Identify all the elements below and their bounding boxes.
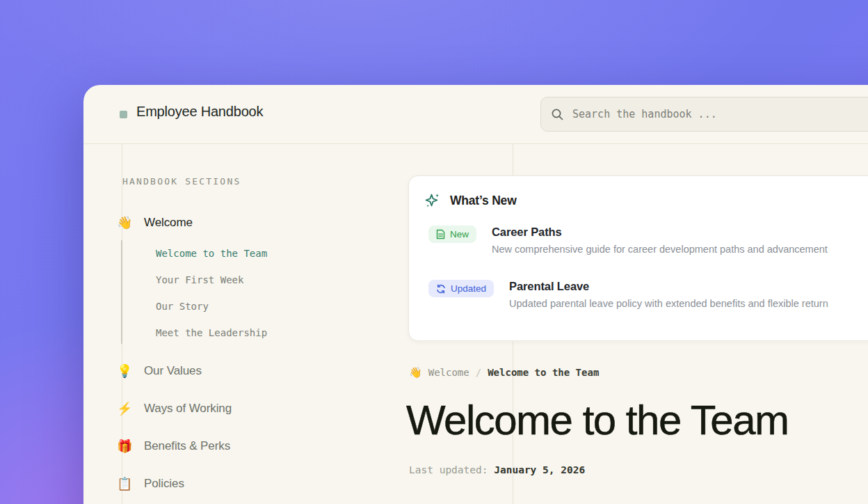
clipboard-icon: 📋	[117, 476, 132, 491]
breadcrumb: 👋 Welcome / Welcome to the Team	[409, 366, 599, 379]
waving-hand-icon: 👋	[409, 366, 422, 379]
sidebar-item-label: Ways of Working	[144, 402, 232, 416]
badge-label: Updated	[451, 283, 486, 294]
last-updated-value: January 5, 2026	[494, 464, 585, 475]
lightning-bolt-icon: ⚡	[117, 401, 132, 416]
whats-new-card: What’s New New Career Paths New comprehe…	[408, 175, 868, 341]
whats-new-title: What’s New	[450, 194, 517, 208]
app-window: Employee Handbook HANDBOOK SECTIONS 👋 We…	[83, 85, 868, 504]
sidebar-subitem-welcome-to-the-team[interactable]: Welcome to the Team	[156, 248, 267, 259]
sidebar-item-ways-of-working[interactable]: ⚡ Ways of Working	[117, 401, 232, 416]
app-logo-icon	[120, 111, 127, 118]
subitem-indent-rail	[121, 240, 122, 344]
sparkle-icon	[424, 192, 441, 209]
sidebar-subitem-your-first-week[interactable]: Your First Week	[156, 274, 243, 285]
sidebar-item-benefits-perks[interactable]: 🎁 Benefits & Perks	[117, 439, 230, 454]
whats-new-header: What’s New	[424, 192, 868, 209]
sidebar-item-label: Benefits & Perks	[144, 439, 230, 453]
whats-new-item-text: Career Paths New comprehensive guide for…	[492, 226, 828, 255]
whats-new-item-title: Parental Leave	[509, 280, 828, 293]
new-badge: New	[428, 226, 476, 243]
search-input[interactable]	[572, 108, 868, 120]
whats-new-item-title: Career Paths	[492, 226, 828, 239]
whats-new-item-description: Updated parental leave policy with exten…	[509, 298, 828, 309]
refresh-icon	[436, 284, 446, 294]
last-updated: Last updated: January 5, 2026	[409, 464, 585, 475]
sidebar-item-our-values[interactable]: 💡 Our Values	[117, 363, 202, 379]
sidebar-item-label: Policies	[144, 477, 184, 491]
badge-label: New	[450, 229, 469, 239]
breadcrumb-separator: /	[476, 367, 481, 378]
file-text-icon	[436, 229, 445, 239]
last-updated-label: Last updated:	[409, 464, 488, 475]
page-title: Welcome to the Team	[406, 396, 789, 444]
sidebar-subitem-meet-the-leadership[interactable]: Meet the Leadership	[156, 327, 267, 338]
sidebar-section-label: HANDBOOK SECTIONS	[122, 176, 241, 187]
light-bulb-icon: 💡	[117, 363, 132, 379]
breadcrumb-section-link[interactable]: Welcome	[428, 367, 469, 378]
gift-icon: 🎁	[117, 439, 132, 454]
whats-new-item-text: Parental Leave Updated parental leave po…	[509, 280, 828, 309]
sidebar-item-welcome[interactable]: 👋 Welcome	[117, 215, 193, 230]
updated-badge: Updated	[428, 280, 494, 297]
sidebar-subitem-our-story[interactable]: Our Story	[156, 301, 209, 312]
sidebar-item-label: Our Values	[144, 364, 202, 378]
app-title: Employee Handbook	[136, 104, 263, 120]
whats-new-item-career-paths[interactable]: New Career Paths New comprehensive guide…	[428, 226, 868, 255]
sidebar-item-label: Welcome	[144, 216, 193, 230]
app-header: Employee Handbook	[83, 85, 868, 144]
sidebar-item-policies[interactable]: 📋 Policies	[117, 476, 184, 491]
search-box[interactable]	[540, 97, 868, 132]
whats-new-item-description: New comprehensive guide for career devel…	[492, 244, 828, 255]
whats-new-item-parental-leave[interactable]: Updated Parental Leave Updated parental …	[428, 280, 868, 309]
breadcrumb-current-page: Welcome to the Team	[488, 367, 599, 378]
waving-hand-icon: 👋	[117, 215, 132, 230]
search-icon	[551, 108, 564, 121]
purple-backdrop: Employee Handbook HANDBOOK SECTIONS 👋 We…	[0, 0, 868, 504]
